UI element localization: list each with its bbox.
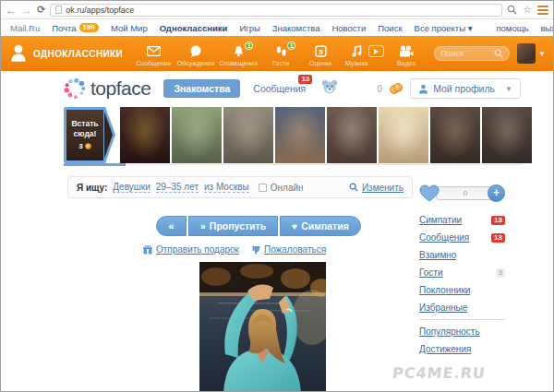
mailru-link-moymir[interactable]: Мой Мир — [111, 23, 148, 33]
user-thumbnail[interactable] — [120, 107, 170, 163]
guests-badge: 3 — [496, 268, 505, 278]
user-thumbnail[interactable] — [223, 107, 273, 163]
rating-plus-button[interactable]: + — [488, 184, 505, 202]
coin-balance: 0 — [378, 84, 383, 94]
mailru-toolbar: Mail.Ru Почта196 Мой Мир Одноклассники И… — [1, 19, 553, 36]
guests-badge: 1 — [287, 42, 295, 50]
my-profile-button[interactable]: Мой профиль ▼ — [410, 78, 521, 99]
bookmark-star-icon[interactable]: ☆ — [523, 5, 532, 15]
ok-nav-notifications[interactable]: 1 Оповещения — [217, 41, 259, 66]
previous-button[interactable]: « — [156, 216, 187, 236]
edit-filter-link[interactable]: Изменить — [349, 183, 403, 193]
report-link[interactable]: Пожаловаться — [252, 244, 326, 255]
sidebar-item-favorites[interactable]: Избранные — [419, 299, 505, 316]
mailru-link-mail[interactable]: Почта196 — [52, 23, 99, 33]
ok-search-box[interactable] — [434, 46, 510, 61]
avatar-dropdown-icon[interactable]: ▼ — [538, 50, 546, 58]
mailru-link-all-projects[interactable]: Все проекты ▾ — [415, 23, 473, 33]
sidebar-item-guests[interactable]: Гости 3 — [419, 264, 505, 281]
search-filter-bar: Я ищу: Девушки 29–35 лет из Москвы Онлай… — [67, 176, 413, 198]
sidebar-item-mutual[interactable]: Взаимно — [419, 246, 505, 264]
user-thumbnail[interactable] — [327, 107, 377, 163]
thumb-down-icon — [252, 245, 260, 255]
filter-city[interactable]: из Москвы — [204, 182, 249, 193]
rating-bar: 0 — [436, 186, 495, 200]
address-bar[interactable]: ok.ru/apps/topface — [50, 4, 502, 17]
mail-count-badge: 196 — [79, 23, 99, 32]
coins-icon[interactable] — [390, 83, 403, 94]
ok-figure-icon — [8, 43, 29, 64]
secondary-links: Отправить подарок Пожаловаться — [156, 244, 313, 255]
topface-dots-icon — [64, 77, 86, 100]
search-icon — [349, 183, 358, 192]
strip-active-indicator — [64, 163, 126, 166]
coin-icon — [85, 143, 91, 149]
forward-icon[interactable]: → — [21, 5, 32, 16]
online-checkbox[interactable] — [259, 184, 267, 192]
promo-stand-here-tile[interactable]: Встать сюда! 3 — [64, 107, 106, 163]
ok-logo[interactable]: одноклассники — [8, 43, 132, 64]
zoom-icon[interactable] — [507, 5, 517, 15]
ok-nav-music[interactable]: Музыка — [339, 41, 374, 66]
user-thumbnail[interactable] — [379, 107, 428, 163]
ok-brand-text: одноклассники — [33, 49, 123, 59]
ok-nav-video[interactable]: Видео — [388, 41, 425, 66]
like-button[interactable]: ♥ Симпатия — [280, 216, 361, 236]
footprints-icon — [275, 44, 287, 58]
rating-heart-icon — [419, 184, 440, 203]
filter-gender[interactable]: Девушки — [113, 182, 150, 193]
sidebar-item-messages[interactable]: Сообщения 13 — [419, 229, 505, 246]
back-icon[interactable]: ← — [6, 5, 17, 16]
topface-logo[interactable]: topface — [64, 77, 151, 100]
sidebar-item-achievements[interactable]: Достижения — [419, 340, 505, 358]
messages-badge: 13 — [298, 75, 312, 84]
reload-icon[interactable]: ⟳ — [37, 4, 45, 16]
topface-header: topface Знакомства Сообщения 13 0 — [64, 77, 521, 101]
person-icon — [418, 84, 428, 94]
promo-price: 3 — [78, 142, 90, 150]
user-thumbnail[interactable] — [275, 107, 325, 163]
mailru-link-odnoklassniki[interactable]: Одноклассники — [160, 23, 228, 33]
browser-menu-icon[interactable] — [537, 6, 548, 15]
tab-dating[interactable]: Знакомства — [163, 79, 240, 98]
mailru-link-dating[interactable]: Знакомства — [272, 23, 320, 33]
sidebar-item-likes[interactable]: Симпатии 13 — [419, 211, 505, 229]
filter-label: Я ищу: — [77, 183, 107, 193]
strip-divider — [64, 164, 523, 165]
envelope-icon — [147, 44, 161, 58]
skip-button[interactable]: » Пропустить — [188, 216, 278, 236]
topface-logo-text: topface — [90, 77, 151, 100]
sidebar-menu: Симпатии 13 Сообщения 13 Взаимно Гости 3… — [419, 211, 505, 358]
tab-messages[interactable]: Сообщения 13 — [253, 83, 306, 94]
filter-age[interactable]: 29–35 лет — [156, 182, 199, 193]
ok-search-input[interactable] — [440, 49, 490, 58]
music-note-icon — [352, 44, 362, 58]
svg-text:5: 5 — [319, 48, 323, 56]
profile-dropdown-icon: ▼ — [505, 85, 512, 93]
browser-window: ← → ⟳ ok.ru/apps/topface ☆ Mail.Ru Почта… — [0, 0, 554, 392]
mailru-link-news[interactable]: Новости — [331, 23, 366, 33]
browser-toolbar: ← → ⟳ ok.ru/apps/topface ☆ — [1, 1, 553, 19]
ok-nav-discussions[interactable]: Обсуждения — [175, 41, 217, 66]
user-avatar[interactable] — [517, 43, 536, 64]
ok-nav-messages[interactable]: Сообщения — [132, 41, 175, 66]
logout-link[interactable]: выход — [540, 23, 554, 33]
sidebar-item-popularity[interactable]: Популярность — [419, 323, 505, 340]
messages-badge: 13 — [491, 233, 505, 243]
chat-bubble-icon — [189, 44, 202, 58]
help-link[interactable]: помощь — [496, 23, 528, 33]
send-gift-link[interactable]: Отправить подарок — [143, 244, 239, 255]
user-thumbnail[interactable] — [430, 107, 480, 163]
photo-strip: Встать сюда! 3 — [64, 107, 532, 163]
sidebar-item-admirers[interactable]: Поклонники — [419, 281, 505, 299]
user-thumbnail[interactable] — [482, 107, 532, 163]
ok-nav-marks[interactable]: 5 Оценки — [302, 41, 339, 66]
profile-photo[interactable] — [199, 262, 326, 392]
mailru-link-home[interactable]: Mail.Ru — [10, 23, 40, 33]
ok-nav-guests[interactable]: 1 Гости — [259, 41, 302, 66]
user-thumbnail[interactable] — [172, 107, 222, 163]
mailru-link-search[interactable]: Поиск — [378, 23, 402, 33]
bear-gift-icon[interactable] — [320, 79, 339, 99]
mailru-link-games[interactable]: Игры — [239, 23, 259, 33]
video-camera-icon — [399, 44, 414, 58]
